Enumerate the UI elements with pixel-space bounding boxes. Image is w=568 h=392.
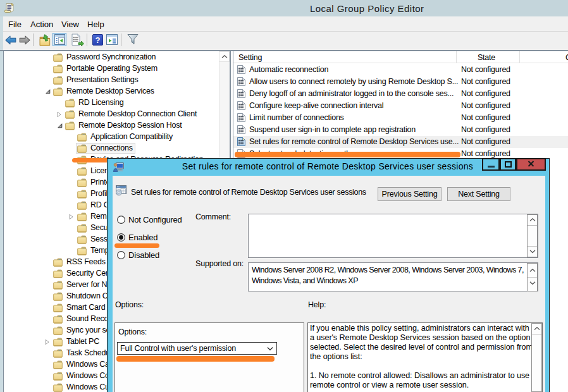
svg-text:?: ? xyxy=(96,35,101,45)
